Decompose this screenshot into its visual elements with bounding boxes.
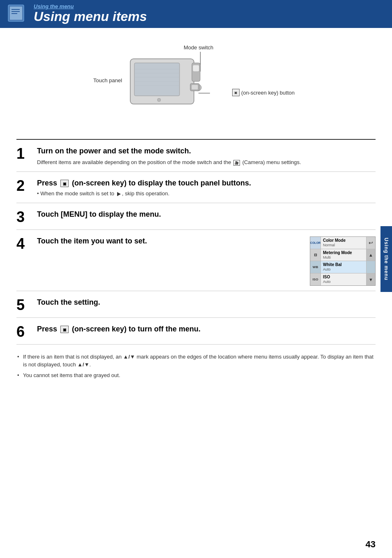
color-mode-icon: COLOR: [310, 237, 321, 249]
svg-rect-4: [12, 13, 17, 14]
side-tab: Using the menu: [380, 226, 392, 292]
step-4-number: 4: [16, 236, 33, 251]
svg-rect-13: [193, 65, 199, 72]
footer-note-1: If there is an item that is not displaye…: [16, 353, 376, 369]
color-mode-text: Color Mode Normal: [321, 237, 366, 249]
onscreen-key-icon-s6: ▣: [60, 326, 69, 333]
step-3-content: Touch [MENU] to display the menu.: [37, 210, 376, 219]
step-1-body: Different items are available depending …: [37, 158, 376, 167]
metering-mode-sub: Multi: [323, 255, 364, 260]
step-6: 6 Press ▣ (on-screen key) to turn off th…: [16, 318, 376, 345]
onscreen-label-text: (on-screen key) button: [241, 90, 295, 96]
svg-rect-17: [191, 85, 198, 90]
step-1-number: 1: [16, 146, 33, 161]
header-subtitle: Using the menu: [34, 3, 147, 9]
footer-notes: If there is an item that is not displaye…: [16, 345, 376, 398]
iso-icon: ISO: [310, 273, 321, 285]
step-2-number: 2: [16, 178, 33, 193]
step-4-content: Touch the item you want to set. COLOR Co…: [37, 236, 376, 286]
color-mode-sub: Normal: [323, 243, 364, 248]
onscreen-key-icon-s2: ▣: [60, 180, 69, 187]
page-number: 43: [366, 539, 376, 550]
menu-panel: COLOR Color Mode Normal ↩ ⊟ Metering Mod…: [310, 236, 376, 286]
wb-text: White Bal Auto: [321, 261, 366, 273]
svg-rect-2: [12, 9, 20, 10]
color-mode-title: Color Mode: [323, 238, 364, 243]
step-5-number: 5: [16, 298, 33, 313]
step-3-number: 3: [16, 210, 33, 225]
wb-icon: WB: [310, 261, 321, 273]
step-4-wrapper: Touch the item you want to set. COLOR Co…: [37, 236, 376, 286]
step-5: 5 Touch the setting.: [16, 291, 376, 318]
wb-sub: Auto: [323, 267, 364, 272]
metering-mode-icon: ⊟: [310, 249, 321, 261]
step-1-heading: Turn on the power and set the mode switc…: [37, 146, 376, 156]
header-title: Using menu items: [34, 9, 147, 24]
iso-arrow-down[interactable]: ▼: [366, 273, 375, 285]
diagram-wrapper: Mode switch Touch panel ▣ (on-screen key…: [93, 44, 299, 127]
metering-mode-text: Metering Mode Multi: [321, 249, 366, 261]
color-mode-arrow[interactable]: ↩: [366, 237, 375, 249]
onscreen-key-label: ▣ (on-screen key) button: [232, 89, 295, 96]
step-4-heading: Touch the item you want to set.: [37, 236, 303, 246]
step-2: 2 Press ▣ (on-screen key) to display the…: [16, 172, 376, 203]
menu-row-metering: ⊟ Metering Mode Multi ▲: [310, 249, 375, 262]
step-6-heading: Press ▣ (on-screen key) to turn off the …: [37, 324, 376, 334]
step-2-heading: Press ▣ (on-screen key) to display the t…: [37, 178, 376, 188]
onscreen-icon: ▣: [232, 89, 240, 96]
page-header: Using the menu Using menu items: [0, 0, 392, 28]
svg-rect-3: [12, 11, 20, 12]
menu-row-wb: WB White Bal Auto: [310, 261, 375, 273]
touch-panel-label: Touch panel: [93, 77, 122, 83]
camera-icon-inline: 🎥: [233, 160, 240, 166]
iso-title: ISO: [323, 275, 364, 280]
step-1-content: Turn on the power and set the mode switc…: [37, 146, 376, 167]
step-4-text: Touch the item you want to set.: [37, 236, 303, 246]
step-4: 4 Touch the item you want to set. COLOR …: [16, 230, 376, 291]
step-1: 1 Turn on the power and set the mode swi…: [16, 140, 376, 172]
step-2-bullet: When the mode switch is set to , skip th…: [37, 190, 376, 198]
iso-sub: Auto: [323, 280, 364, 284]
step-5-content: Touch the setting.: [37, 298, 376, 307]
step-3-heading: Touch [MENU] to display the menu.: [37, 210, 376, 219]
iso-text: ISO Auto: [321, 273, 366, 285]
diagram-section: Mode switch Touch panel ▣ (on-screen key…: [16, 28, 376, 139]
main-content: Mode switch Touch panel ▣ (on-screen key…: [0, 28, 392, 410]
footer-note-2: You cannot set items that are grayed out…: [16, 371, 376, 380]
wb-arrow: [366, 261, 375, 273]
menu-row-iso: ISO ISO Auto ▼: [310, 273, 375, 285]
svg-point-15: [157, 98, 161, 102]
metering-mode-title: Metering Mode: [323, 250, 364, 255]
menu-row-color: COLOR Color Mode Normal ↩: [310, 237, 375, 249]
step-5-heading: Touch the setting.: [37, 298, 376, 307]
metering-arrow-up[interactable]: ▲: [366, 249, 375, 261]
step-3: 3 Touch [MENU] to display the menu.: [16, 203, 376, 230]
camera-illustration: [126, 49, 208, 112]
header-icon: [7, 2, 28, 24]
play-icon-s2: [117, 192, 121, 196]
svg-rect-6: [134, 63, 180, 96]
step-6-number: 6: [16, 324, 33, 339]
wb-title: White Bal: [323, 262, 364, 267]
step-6-content: Press ▣ (on-screen key) to turn off the …: [37, 324, 376, 334]
header-text-block: Using the menu Using menu items: [34, 3, 147, 24]
step-2-content: Press ▣ (on-screen key) to display the t…: [37, 178, 376, 198]
